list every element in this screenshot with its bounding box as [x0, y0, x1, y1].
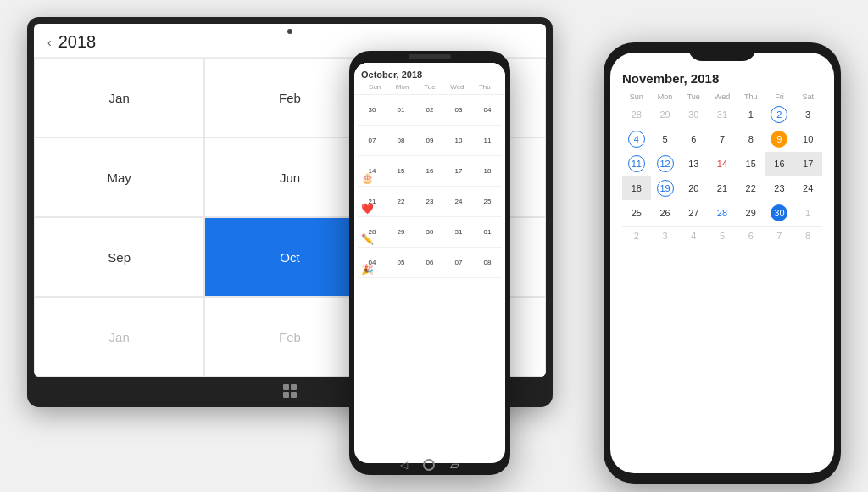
iphone-day-circle: 4 [628, 131, 645, 148]
iphone-day-cell[interactable]: 31 [708, 103, 737, 126]
iphone-day-cell[interactable]: 1 [737, 103, 765, 126]
iphone-device: November, 2018 SunMonTueWedThuFriSat 282… [604, 42, 841, 484]
tablet-month-cell[interactable]: Jan [34, 58, 204, 137]
phone-day-cell[interactable]: 22 [387, 198, 415, 205]
phone-day-cell[interactable]: 04 [473, 106, 502, 114]
phone-day-cell[interactable]: 29 [387, 228, 415, 236]
phone-day-cell[interactable]: 24 [444, 198, 473, 205]
phone-day-cell[interactable]: 30 [358, 106, 387, 114]
iphone-day-circle: 30 [771, 204, 787, 221]
iphone-day-circle: 2 [771, 106, 787, 123]
tablet-month-cell[interactable]: May [34, 137, 204, 217]
phone-day-cell[interactable]: 02 [415, 106, 444, 114]
iphone-day-cell[interactable]: 16 [765, 152, 794, 176]
iphone-day-cell[interactable]: 5 [651, 127, 680, 151]
iphone-day-cell[interactable]: 6 [679, 127, 708, 151]
phone-day-cell[interactable]: 05 [387, 259, 415, 266]
phone-event-emoji: ❤️ [361, 203, 374, 215]
tablet-camera [287, 29, 292, 34]
phone-day-cell[interactable]: 16 [415, 167, 444, 175]
phone-day-cell[interactable]: 25 [473, 198, 502, 205]
iphone-day-cell[interactable]: 5 [708, 227, 737, 244]
iphone-day-cell[interactable]: 8 [737, 127, 765, 151]
iphone-day-cell[interactable]: 13 [679, 152, 708, 176]
phone-dow-label: Thu [471, 83, 498, 91]
iphone-day-cell[interactable]: 7 [708, 127, 737, 151]
iphone-day-cell[interactable]: 9 [765, 127, 794, 151]
phone-calendar-header: October, 2018 SunMonTueWedThu [354, 63, 505, 95]
iphone-dow-label: Tue [679, 92, 708, 101]
windows-button[interactable] [281, 382, 299, 400]
iphone-day-cell[interactable]: 1 [793, 201, 822, 225]
phone-day-cell[interactable]: 08 [473, 259, 502, 266]
iphone-dow-label: Sun [622, 92, 651, 101]
phone-day-cell[interactable]: 23 [415, 198, 444, 205]
back-arrow-icon[interactable]: ‹ [47, 36, 52, 49]
iphone-week-row: 28293031123 [622, 103, 822, 126]
phone-day-cell[interactable]: 17 [444, 167, 473, 175]
phone-dow-label: Sun [361, 83, 388, 91]
iphone-day-cell[interactable]: 6 [737, 227, 765, 244]
iphone-day-cell[interactable]: 27 [679, 201, 708, 225]
iphone-day-cell[interactable]: 17 [793, 152, 822, 176]
phone-day-cell[interactable]: 06 [415, 259, 444, 266]
iphone-week-row: 11121314151617 [622, 152, 822, 176]
iphone-day-cell[interactable]: 2 [765, 103, 794, 126]
phone-day-cell[interactable]: 03 [444, 106, 473, 114]
iphone-day-cell[interactable]: 18 [622, 176, 651, 200]
phone-day-cell[interactable]: 10 [444, 137, 473, 144]
iphone-day-cell[interactable]: 22 [737, 176, 765, 200]
iphone-week-row: 2526272829301 [622, 201, 822, 225]
iphone-day-cell[interactable]: 20 [679, 176, 708, 200]
phone-day-cell[interactable]: 31 [444, 228, 473, 236]
iphone-day-cell[interactable]: 19 [651, 176, 680, 200]
phone-event-emoji: 🎂 [361, 172, 374, 184]
phone-day-cell[interactable]: 08 [387, 137, 415, 144]
phone-day-cell[interactable]: 11 [473, 137, 502, 144]
iphone-day-cell[interactable]: 29 [737, 201, 765, 225]
phone-day-cell[interactable]: 01 [387, 106, 415, 114]
iphone-day-cell[interactable]: 3 [651, 227, 680, 244]
iphone-day-cell[interactable]: 4 [679, 227, 708, 244]
iphone-day-cell[interactable]: 25 [622, 201, 651, 225]
phone-day-cell[interactable]: 09 [415, 137, 444, 144]
iphone-calendar-body: 2829303112345678910111213141516171819202… [622, 103, 822, 245]
iphone-day-cell[interactable]: 30 [679, 103, 708, 126]
iphone-day-cell[interactable]: 14 [708, 152, 737, 176]
phone-day-cell[interactable]: 07 [444, 259, 473, 266]
iphone-day-cell[interactable]: 23 [765, 176, 794, 200]
iphone-day-cell[interactable]: 28 [622, 103, 651, 126]
iphone-dow-label: Sat [793, 92, 822, 101]
iphone-day-cell[interactable]: 24 [793, 176, 822, 200]
iphone-day-cell[interactable]: 30 [765, 201, 794, 225]
tablet-month-cell[interactable]: Sep [34, 217, 204, 297]
iphone-day-cell[interactable]: 2 [622, 227, 651, 244]
iphone-day-cell[interactable]: 15 [737, 152, 765, 176]
windows-icon [283, 384, 297, 398]
phone-day-cell[interactable]: 18 [473, 167, 502, 175]
iphone-day-cell[interactable]: 4 [622, 127, 651, 151]
iphone-day-cell[interactable]: 28 [708, 201, 737, 225]
phone-day-cell[interactable]: 07 [358, 137, 387, 144]
phone-day-cell[interactable]: 15 [387, 167, 415, 175]
iphone-calendar-title: November, 2018 [622, 71, 822, 86]
iphone-dow-label: Fri [765, 92, 794, 101]
phone-home-button[interactable] [423, 459, 435, 471]
iphone-day-cell[interactable]: 26 [651, 201, 680, 225]
tablet-month-cell[interactable]: Jan [34, 297, 204, 377]
iphone-day-cell[interactable]: 11 [622, 152, 651, 176]
phone-calendar-title: October, 2018 [361, 70, 498, 80]
iphone-day-cell[interactable]: 10 [793, 127, 822, 151]
iphone-day-cell[interactable]: 8 [793, 227, 822, 244]
phone-day-cell[interactable]: 01 [473, 228, 502, 236]
iphone-day-cell[interactable]: 3 [793, 103, 822, 126]
phone-back-button[interactable]: ◁ [400, 459, 408, 471]
phone-event-emoji: 🎉 [361, 264, 374, 276]
phone-day-cell[interactable]: 30 [415, 228, 444, 236]
iphone-day-cell[interactable]: 29 [651, 103, 680, 126]
iphone-day-cell[interactable]: 12 [651, 152, 680, 176]
iphone-day-cell[interactable]: 7 [765, 227, 794, 244]
phone-dow-label: Wed [443, 83, 470, 91]
iphone-day-cell[interactable]: 21 [708, 176, 737, 200]
phone-square-button[interactable]: ▱ [450, 458, 459, 472]
